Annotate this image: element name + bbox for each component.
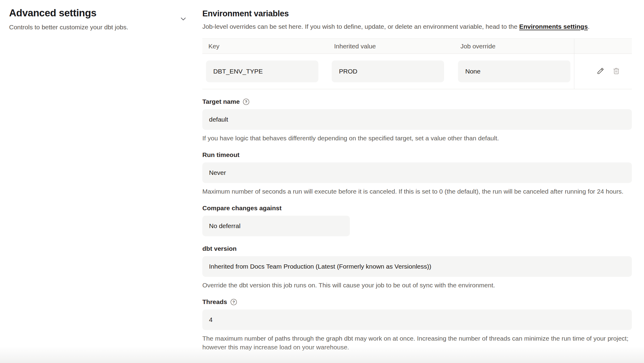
compare-changes-select[interactable]: No deferral [202,216,350,236]
target-name-helper: If you have logic that behaves different… [202,134,632,142]
column-header-actions [574,39,632,54]
column-header-key: Key [202,43,328,50]
run-timeout-helper: Maximum number of seconds a run will exe… [202,187,632,196]
target-name-input[interactable]: default [202,109,632,130]
advanced-settings-content: Environment variables Job-level override… [202,9,632,352]
svg-text:?: ? [232,300,235,304]
env-vars-description-period: . [588,23,589,30]
help-icon[interactable]: ? [242,98,250,106]
env-vars-heading: Environment variables [202,9,632,18]
collapse-section-button[interactable] [179,15,188,24]
column-header-inherited-value: Inherited value [328,43,454,50]
threads-helper: The maximum number of paths through the … [202,334,632,352]
compare-changes-label: Compare changes against [202,204,632,212]
env-var-job-override-input[interactable]: None [458,60,570,82]
target-name-label-text: Target name [202,98,240,106]
advanced-settings-panel: Advanced settings Controls to better cus… [9,7,179,31]
page-subtitle: Controls to better customize your dbt jo… [9,24,179,31]
column-header-job-override: Job override [454,43,574,50]
threads-label-text: Threads [202,298,227,306]
env-var-inherited-value: PROD [332,60,444,82]
field-threads: Threads ? 4 The maximum number of paths … [202,298,632,352]
dbt-version-helper: Override the dbt version this job runs o… [202,281,632,289]
table-row: DBT_ENV_TYPE PROD None [202,54,632,89]
env-vars-table: Key Inherited value Job override DBT_ENV… [202,38,632,89]
chevron-down-icon [179,15,188,24]
threads-label: Threads ? [202,298,632,306]
env-var-row-actions [574,54,632,89]
edit-pencil-icon [596,67,605,76]
env-vars-table-header: Key Inherited value Job override [202,39,632,54]
field-run-timeout: Run timeout Never Maximum number of seco… [202,151,632,196]
delete-env-var-button[interactable] [612,67,620,76]
env-vars-description: Job-level overrides can be set here. If … [202,22,632,31]
dbt-version-label: dbt version [202,245,632,253]
svg-text:?: ? [245,100,247,104]
run-timeout-label: Run timeout [202,151,632,159]
env-var-key-cell: DBT_ENV_TYPE [202,60,328,82]
page-title: Advanced settings [9,7,179,19]
env-vars-description-text: Job-level overrides can be set here. If … [202,23,519,30]
help-icon[interactable]: ? [230,298,237,306]
target-name-label: Target name ? [202,98,632,106]
trash-icon [612,67,620,76]
env-var-inherited-cell: PROD [328,60,454,82]
run-timeout-input[interactable]: Never [202,162,632,183]
env-var-key-value: DBT_ENV_TYPE [206,60,318,82]
threads-input[interactable]: 4 [202,309,632,330]
field-compare-changes: Compare changes against No deferral [202,204,632,236]
field-dbt-version: dbt version Inherited from Docs Team Pro… [202,245,632,289]
edit-env-var-button[interactable] [596,67,605,76]
field-target-name: Target name ? default If you have logic … [202,98,632,142]
env-var-override-cell: None [454,60,574,82]
dbt-version-select[interactable]: Inherited from Docs Team Production (Lat… [202,256,632,277]
environments-settings-link[interactable]: Environments settings [519,23,588,30]
